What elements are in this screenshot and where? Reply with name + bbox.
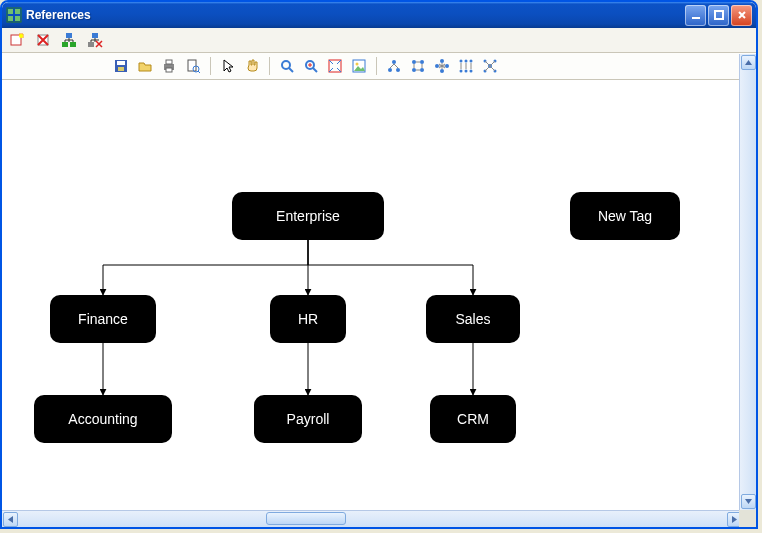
layout-1-icon[interactable] bbox=[385, 57, 403, 75]
svg-point-34 bbox=[420, 68, 424, 72]
scroll-left-button[interactable] bbox=[3, 512, 18, 527]
svg-point-29 bbox=[388, 68, 392, 72]
svg-point-38 bbox=[440, 69, 444, 73]
svg-point-42 bbox=[460, 70, 463, 73]
toolbar-row-2 bbox=[2, 53, 756, 80]
scroll-corner bbox=[739, 510, 756, 527]
titlebar[interactable]: References bbox=[2, 2, 756, 28]
svg-rect-11 bbox=[62, 42, 68, 47]
minimize-button[interactable] bbox=[685, 5, 706, 26]
print-icon[interactable] bbox=[160, 57, 178, 75]
svg-point-37 bbox=[445, 64, 449, 68]
toolbar-separator bbox=[210, 57, 211, 75]
toolbar-separator bbox=[269, 57, 270, 75]
open-icon[interactable] bbox=[136, 57, 154, 75]
app-icon bbox=[6, 7, 22, 23]
zoom-in-icon[interactable] bbox=[302, 57, 320, 75]
svg-point-36 bbox=[440, 59, 444, 63]
svg-point-28 bbox=[392, 60, 396, 64]
svg-rect-14 bbox=[88, 42, 94, 47]
image-icon[interactable] bbox=[350, 57, 368, 75]
node-label: CRM bbox=[457, 411, 489, 427]
node-label: Enterprise bbox=[276, 208, 340, 224]
node-label: New Tag bbox=[598, 208, 652, 224]
svg-point-32 bbox=[420, 60, 424, 64]
node-crm[interactable]: CRM bbox=[430, 395, 516, 443]
svg-point-44 bbox=[470, 70, 473, 73]
svg-rect-21 bbox=[188, 60, 196, 71]
node-label: Sales bbox=[455, 311, 490, 327]
svg-rect-20 bbox=[166, 68, 172, 72]
svg-rect-5 bbox=[692, 17, 700, 19]
svg-point-39 bbox=[460, 60, 463, 63]
node-label: HR bbox=[298, 311, 318, 327]
layout-2-icon[interactable] bbox=[409, 57, 427, 75]
svg-point-23 bbox=[282, 61, 290, 69]
zoom-fit-icon[interactable] bbox=[326, 57, 344, 75]
zoom-icon[interactable] bbox=[278, 57, 296, 75]
svg-point-8 bbox=[19, 34, 23, 38]
delete-tag-icon[interactable] bbox=[34, 31, 52, 49]
toolbar-row-1 bbox=[2, 28, 756, 53]
scroll-down-button[interactable] bbox=[741, 494, 756, 509]
close-button[interactable] bbox=[731, 5, 752, 26]
svg-rect-2 bbox=[8, 16, 13, 21]
pan-icon[interactable] bbox=[243, 57, 261, 75]
remove-node-icon[interactable] bbox=[86, 31, 104, 49]
pointer-icon[interactable] bbox=[219, 57, 237, 75]
svg-rect-17 bbox=[118, 67, 124, 71]
svg-rect-13 bbox=[92, 33, 98, 38]
add-node-icon[interactable] bbox=[60, 31, 78, 49]
svg-rect-1 bbox=[15, 9, 20, 14]
svg-rect-16 bbox=[117, 61, 125, 65]
svg-point-27 bbox=[356, 63, 359, 66]
new-tag-icon[interactable] bbox=[8, 31, 26, 49]
save-icon[interactable] bbox=[112, 57, 130, 75]
layout-5-icon[interactable] bbox=[481, 57, 499, 75]
node-newtag[interactable]: New Tag bbox=[570, 192, 680, 240]
svg-rect-19 bbox=[166, 60, 172, 64]
scroll-track[interactable] bbox=[19, 511, 726, 527]
svg-rect-0 bbox=[8, 9, 13, 14]
node-accounting[interactable]: Accounting bbox=[34, 395, 172, 443]
svg-point-33 bbox=[412, 68, 416, 72]
svg-point-43 bbox=[465, 70, 468, 73]
window-frame: References bbox=[0, 0, 758, 529]
horizontal-scrollbar[interactable] bbox=[2, 510, 743, 527]
svg-point-41 bbox=[470, 60, 473, 63]
svg-rect-12 bbox=[70, 42, 76, 47]
scroll-up-button[interactable] bbox=[741, 55, 756, 70]
node-sales[interactable]: Sales bbox=[426, 295, 520, 343]
diagram-canvas[interactable]: Enterprise New Tag Finance HR Sales Acco… bbox=[2, 80, 742, 510]
vertical-scrollbar[interactable] bbox=[739, 54, 756, 510]
svg-point-30 bbox=[396, 68, 400, 72]
svg-rect-3 bbox=[15, 16, 20, 21]
node-label: Accounting bbox=[68, 411, 137, 427]
window-buttons bbox=[685, 5, 752, 26]
svg-point-31 bbox=[412, 60, 416, 64]
layout-3-icon[interactable] bbox=[433, 57, 451, 75]
node-label: Payroll bbox=[287, 411, 330, 427]
node-label: Finance bbox=[78, 311, 128, 327]
maximize-button[interactable] bbox=[708, 5, 729, 26]
node-enterprise[interactable]: Enterprise bbox=[232, 192, 384, 240]
toolbar-separator bbox=[376, 57, 377, 75]
layout-4-icon[interactable] bbox=[457, 57, 475, 75]
node-hr[interactable]: HR bbox=[270, 295, 346, 343]
node-finance[interactable]: Finance bbox=[50, 295, 156, 343]
svg-point-40 bbox=[465, 60, 468, 63]
node-payroll[interactable]: Payroll bbox=[254, 395, 362, 443]
svg-rect-6 bbox=[715, 11, 723, 19]
scroll-thumb[interactable] bbox=[266, 512, 346, 525]
svg-rect-10 bbox=[66, 33, 72, 38]
window-title: References bbox=[26, 8, 685, 22]
svg-point-35 bbox=[435, 64, 439, 68]
scroll-track[interactable] bbox=[740, 71, 756, 493]
preview-icon[interactable] bbox=[184, 57, 202, 75]
